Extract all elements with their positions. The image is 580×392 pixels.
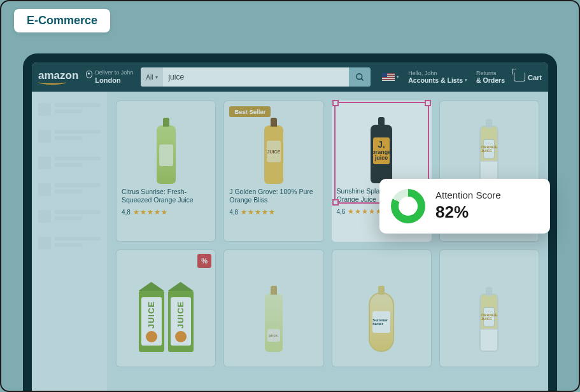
attention-value: 82%: [435, 202, 501, 223]
product-card[interactable]: Citrus Sunrise: Fresh-Squeezed Orange Ju…: [116, 101, 216, 242]
search-input[interactable]: [163, 67, 349, 87]
cart-label: Cart: [528, 74, 542, 81]
product-card[interactable]: Summer better: [332, 249, 432, 367]
product-image: juice.: [265, 293, 283, 352]
chevron-down-icon: ▾: [155, 74, 158, 80]
donut-chart-icon: [391, 189, 425, 223]
product-image: JUICE: [264, 125, 283, 184]
sidebar-item[interactable]: [38, 237, 101, 249]
search-category-select[interactable]: All ▾: [141, 67, 163, 87]
product-card[interactable]: juice.: [223, 249, 323, 367]
attention-label: Attention Score: [435, 190, 501, 202]
chevron-down-icon: ▾: [465, 78, 467, 83]
account-menu[interactable]: Hello, John Accounts & Lists▾: [408, 70, 467, 84]
brand-logo[interactable]: amazon: [38, 70, 78, 85]
svg-point-0: [357, 73, 362, 79]
returns-orders[interactable]: Returns & Orders: [476, 70, 505, 84]
search-category-label: All: [146, 74, 153, 81]
product-grid: Citrus Sunrise: Fresh-Squeezed Orange Ju…: [116, 101, 539, 367]
rating-value: 4,6: [337, 208, 346, 215]
domain-tag: E-Commerce: [14, 9, 110, 32]
product-title: J Golden Grove: 100% Pure Orange Bliss: [229, 188, 318, 204]
rating-value: 4,8: [229, 209, 238, 216]
accounts-label: Accounts & Lists: [408, 76, 463, 84]
sidebar-item[interactable]: [38, 210, 101, 223]
deliver-line1: Deliver to John: [95, 69, 133, 76]
product-card[interactable]: Best Seller JUICE J Golden Grove: 100% P…: [223, 101, 323, 242]
flag-icon: [382, 73, 395, 81]
location-pin-icon: [86, 71, 92, 78]
resize-handle-icon[interactable]: [332, 199, 339, 206]
svg-line-1: [361, 78, 363, 80]
product-card[interactable]: % JUICE JUICE: [116, 249, 216, 367]
chevron-down-icon: ▾: [397, 74, 399, 80]
stars-icon: ★★★★★: [133, 208, 168, 216]
greeting-text: Hello, John: [408, 70, 467, 76]
sidebar-item[interactable]: [38, 183, 101, 196]
product-card[interactable]: ORANGE JUICE: [439, 249, 539, 367]
resize-handle-icon[interactable]: [332, 100, 339, 106]
product-image: ORANGE JUICE: [479, 293, 499, 352]
deliver-line2: London: [95, 76, 133, 85]
cart-icon: [514, 73, 525, 81]
product-image: Summer better: [369, 292, 394, 352]
sidebar-item[interactable]: [38, 157, 101, 169]
product-image: JUICE JUICE: [139, 291, 194, 352]
brand-name: amazon: [38, 70, 78, 81]
resize-handle-icon[interactable]: [425, 100, 431, 106]
cart-button[interactable]: Cart: [514, 73, 542, 81]
search-icon: [355, 73, 365, 82]
smile-icon: [38, 80, 66, 85]
filters-sidebar: [32, 92, 107, 392]
sidebar-item[interactable]: [38, 103, 101, 116]
product-title: Citrus Sunrise: Fresh-Squeezed Orange Ju…: [122, 188, 210, 204]
product-image: J.orangejuice: [371, 125, 392, 183]
locale-select[interactable]: ▾: [382, 73, 399, 81]
product-image: ORANGE JUICE: [479, 125, 499, 184]
rating-value: 4,8: [122, 209, 131, 216]
search-button[interactable]: [349, 67, 371, 87]
storefront-header: amazon Deliver to John London All ▾: [32, 62, 548, 92]
attention-score-popover: Attention Score 82%: [379, 179, 550, 234]
product-image: [157, 125, 176, 184]
returns-line1: Returns: [476, 70, 505, 76]
deliver-to[interactable]: Deliver to John London: [86, 69, 133, 85]
search-bar: All ▾: [141, 67, 371, 87]
sidebar-item[interactable]: [38, 130, 101, 143]
returns-line2: & Orders: [476, 76, 505, 84]
stars-icon: ★★★★★: [241, 208, 276, 216]
stars-icon: ★★★★★: [348, 207, 383, 216]
